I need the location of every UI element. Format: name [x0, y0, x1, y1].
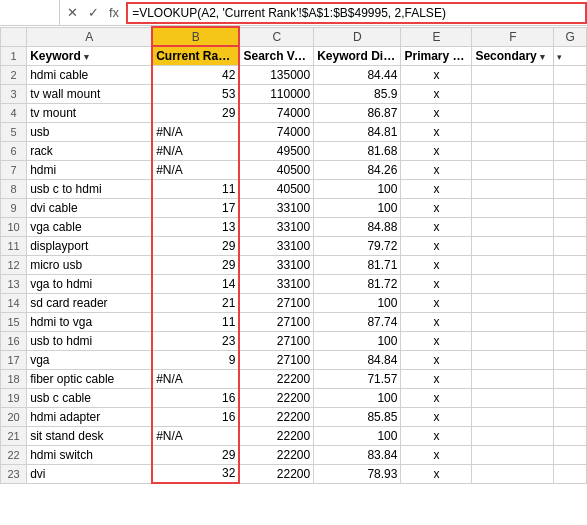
keyword-cell[interactable]: rack	[27, 141, 152, 160]
keyword-cell[interactable]: hdmi adapter	[27, 407, 152, 426]
rank-cell[interactable]: 29	[152, 445, 239, 464]
difficulty-cell[interactable]: 100	[314, 388, 401, 407]
keyword-cell[interactable]: vga to hdmi	[27, 274, 152, 293]
col-g-cell[interactable]	[554, 445, 587, 464]
keyword-cell[interactable]: hdmi	[27, 160, 152, 179]
primary-k-cell[interactable]: x	[401, 65, 472, 84]
difficulty-cell[interactable]: 71.57	[314, 369, 401, 388]
search-volume-cell[interactable]: 33100	[239, 198, 313, 217]
secondary-cell[interactable]	[472, 141, 554, 160]
col-header-f[interactable]: F	[472, 27, 554, 46]
keyword-cell[interactable]: usb c to hdmi	[27, 179, 152, 198]
search-volume-cell[interactable]: 22200	[239, 445, 313, 464]
rank-cell[interactable]: 11	[152, 312, 239, 331]
keyword-cell[interactable]: fiber optic cable	[27, 369, 152, 388]
secondary-cell[interactable]	[472, 388, 554, 407]
search-volume-cell[interactable]: 22200	[239, 426, 313, 445]
difficulty-cell[interactable]: 81.71	[314, 255, 401, 274]
keyword-cell[interactable]: hdmi to vga	[27, 312, 152, 331]
primary-k-cell[interactable]: x	[401, 426, 472, 445]
primary-k-cell[interactable]: x	[401, 369, 472, 388]
search-volume-cell[interactable]: 27100	[239, 312, 313, 331]
search-volume-cell[interactable]: 27100	[239, 350, 313, 369]
rank-cell[interactable]: Current Rank ▾	[152, 46, 239, 65]
rank-cell[interactable]: 32	[152, 464, 239, 483]
primary-k-cell[interactable]: x	[401, 274, 472, 293]
primary-k-cell[interactable]: x	[401, 198, 472, 217]
keyword-cell[interactable]: hdmi cable	[27, 65, 152, 84]
difficulty-cell[interactable]: 100	[314, 198, 401, 217]
rank-cell[interactable]: 42	[152, 65, 239, 84]
rank-cell[interactable]: #N/A	[152, 426, 239, 445]
secondary-cell[interactable]	[472, 331, 554, 350]
secondary-cell[interactable]: Secondary ▾	[472, 46, 554, 65]
search-volume-cell[interactable]: 33100	[239, 217, 313, 236]
keyword-cell[interactable]: tv wall mount	[27, 84, 152, 103]
difficulty-cell[interactable]: 100	[314, 331, 401, 350]
secondary-cell[interactable]	[472, 122, 554, 141]
rank-cell[interactable]: #N/A	[152, 369, 239, 388]
difficulty-cell[interactable]: 84.84	[314, 350, 401, 369]
primary-k-cell[interactable]: x	[401, 236, 472, 255]
rank-cell[interactable]: #N/A	[152, 141, 239, 160]
difficulty-cell[interactable]: 85.9	[314, 84, 401, 103]
confirm-formula-icon[interactable]: ✓	[85, 5, 102, 20]
secondary-cell[interactable]	[472, 160, 554, 179]
search-volume-cell[interactable]: 74000	[239, 103, 313, 122]
secondary-cell[interactable]	[472, 103, 554, 122]
difficulty-cell[interactable]: 84.88	[314, 217, 401, 236]
search-volume-cell[interactable]: 22200	[239, 407, 313, 426]
keyword-cell[interactable]: tv mount	[27, 103, 152, 122]
primary-k-cell[interactable]: x	[401, 141, 472, 160]
col-g-cell[interactable]	[554, 122, 587, 141]
col-g-cell[interactable]	[554, 160, 587, 179]
col-g-cell[interactable]	[554, 331, 587, 350]
rank-cell[interactable]: 13	[152, 217, 239, 236]
difficulty-cell[interactable]: 100	[314, 179, 401, 198]
primary-k-cell[interactable]: Primary K ▾	[401, 46, 472, 65]
col-g-cell[interactable]	[554, 369, 587, 388]
col-g-cell[interactable]	[554, 274, 587, 293]
col-g-cell[interactable]	[554, 236, 587, 255]
primary-k-cell[interactable]: x	[401, 331, 472, 350]
secondary-cell[interactable]	[472, 179, 554, 198]
secondary-cell[interactable]	[472, 65, 554, 84]
difficulty-cell[interactable]: Keyword Difficulty ▾	[314, 46, 401, 65]
col-header-a[interactable]: A	[27, 27, 152, 46]
cell-reference[interactable]	[0, 0, 60, 25]
keyword-cell[interactable]: Keyword ▾	[27, 46, 152, 65]
rank-cell[interactable]: 53	[152, 84, 239, 103]
keyword-cell[interactable]: hdmi switch	[27, 445, 152, 464]
rank-cell[interactable]: 29	[152, 103, 239, 122]
primary-k-cell[interactable]: x	[401, 293, 472, 312]
secondary-cell[interactable]	[472, 350, 554, 369]
primary-k-cell[interactable]: x	[401, 407, 472, 426]
col-header-c[interactable]: C	[239, 27, 313, 46]
difficulty-cell[interactable]: 84.81	[314, 122, 401, 141]
col-g-cell[interactable]	[554, 293, 587, 312]
rank-cell[interactable]: 23	[152, 331, 239, 350]
difficulty-cell[interactable]: 100	[314, 293, 401, 312]
secondary-cell[interactable]	[472, 293, 554, 312]
secondary-cell[interactable]	[472, 236, 554, 255]
keyword-cell[interactable]: vga cable	[27, 217, 152, 236]
difficulty-cell[interactable]: 81.68	[314, 141, 401, 160]
col-header-e[interactable]: E	[401, 27, 472, 46]
secondary-cell[interactable]	[472, 426, 554, 445]
col-header-b[interactable]: B	[152, 27, 239, 46]
keyword-cell[interactable]: usb	[27, 122, 152, 141]
secondary-cell[interactable]	[472, 274, 554, 293]
search-volume-cell[interactable]: 74000	[239, 122, 313, 141]
rank-cell[interactable]: 29	[152, 236, 239, 255]
keyword-cell[interactable]: usb to hdmi	[27, 331, 152, 350]
primary-k-cell[interactable]: x	[401, 464, 472, 483]
difficulty-cell[interactable]: 81.72	[314, 274, 401, 293]
primary-k-cell[interactable]: x	[401, 122, 472, 141]
difficulty-cell[interactable]: 79.72	[314, 236, 401, 255]
search-volume-cell[interactable]: 40500	[239, 160, 313, 179]
primary-k-cell[interactable]: x	[401, 388, 472, 407]
rank-cell[interactable]: #N/A	[152, 122, 239, 141]
difficulty-cell[interactable]: 84.26	[314, 160, 401, 179]
secondary-cell[interactable]	[472, 84, 554, 103]
keyword-cell[interactable]: vga	[27, 350, 152, 369]
